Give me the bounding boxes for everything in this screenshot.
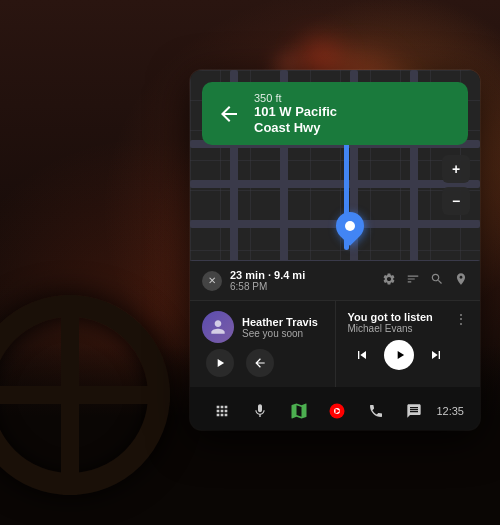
music-controls bbox=[348, 340, 469, 370]
eta-close-button[interactable]: ✕ bbox=[202, 271, 222, 291]
bottom-panel: Heather Travis See you soon bbox=[190, 300, 480, 387]
apps-grid-button[interactable] bbox=[206, 395, 238, 427]
eta-bar: ✕ 23 min · 9.4 mi 6:58 PM bbox=[190, 261, 480, 300]
music-artist: Michael Evans bbox=[348, 323, 433, 334]
settings-icon[interactable] bbox=[382, 272, 396, 289]
route-options-icon[interactable] bbox=[406, 272, 420, 289]
eta-left: ✕ 23 min · 9.4 mi 6:58 PM bbox=[202, 269, 305, 292]
music-title: You got to listen bbox=[348, 311, 433, 323]
bottom-nav-bar: 12:35 bbox=[190, 387, 480, 430]
messages-button[interactable] bbox=[398, 395, 430, 427]
nav-distance: 350 ft bbox=[254, 92, 456, 104]
call-info: Heather Travis See you soon bbox=[202, 311, 323, 343]
avatar-image bbox=[202, 311, 234, 343]
location-pin-icon[interactable] bbox=[454, 272, 468, 289]
nav-text: 350 ft 101 W Pacific Coast Hwy bbox=[254, 92, 456, 135]
music-menu-button[interactable]: ⋮ bbox=[454, 311, 468, 327]
map-controls: + − bbox=[442, 155, 470, 215]
play-pause-button[interactable] bbox=[384, 340, 414, 370]
time-display: 12:35 bbox=[436, 405, 464, 417]
location-marker bbox=[336, 212, 364, 240]
call-return-button[interactable] bbox=[246, 349, 274, 377]
previous-track-button[interactable] bbox=[348, 341, 376, 369]
eta-arrival: 6:58 PM bbox=[230, 281, 305, 292]
music-card: You got to listen Michael Evans ⋮ bbox=[336, 301, 481, 387]
youtube-music-button[interactable] bbox=[321, 395, 353, 427]
maps-button[interactable] bbox=[283, 395, 315, 427]
nav-street: 101 W Pacific Coast Hwy bbox=[254, 104, 456, 135]
music-info: You got to listen Michael Evans ⋮ bbox=[348, 311, 469, 334]
next-track-button[interactable] bbox=[422, 341, 450, 369]
nav-arrow-icon bbox=[214, 99, 244, 129]
zoom-out-button[interactable]: − bbox=[442, 187, 470, 215]
map-area: 350 ft 101 W Pacific Coast Hwy + − ✕ 23 … bbox=[190, 70, 480, 300]
phone-button[interactable] bbox=[360, 395, 392, 427]
location-dot bbox=[330, 206, 370, 246]
android-auto-screen: 350 ft 101 W Pacific Coast Hwy + − ✕ 23 … bbox=[190, 70, 480, 430]
search-icon[interactable] bbox=[430, 272, 444, 289]
microphone-button[interactable] bbox=[244, 395, 276, 427]
nav-instruction-bar: 350 ft 101 W Pacific Coast Hwy bbox=[202, 82, 468, 145]
zoom-in-button[interactable]: + bbox=[442, 155, 470, 183]
eta-icons bbox=[382, 272, 468, 289]
caller-name: Heather Travis bbox=[242, 316, 323, 328]
caller-details: Heather Travis See you soon bbox=[242, 316, 323, 339]
call-actions bbox=[202, 349, 323, 377]
caller-avatar bbox=[202, 311, 234, 343]
eta-duration: 23 min · 9.4 mi bbox=[230, 269, 305, 281]
music-text: You got to listen Michael Evans bbox=[348, 311, 433, 334]
caller-status: See you soon bbox=[242, 328, 323, 339]
eta-info: 23 min · 9.4 mi 6:58 PM bbox=[230, 269, 305, 292]
call-card: Heather Travis See you soon bbox=[190, 301, 336, 387]
call-play-button[interactable] bbox=[206, 349, 234, 377]
